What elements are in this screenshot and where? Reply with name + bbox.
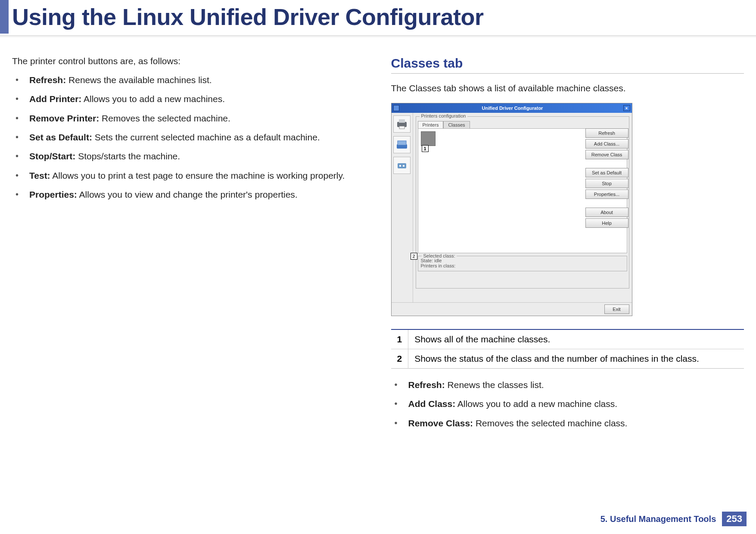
port-icon — [395, 159, 408, 172]
callout-num: 1 — [391, 329, 408, 349]
class-item-icon[interactable] — [421, 131, 436, 146]
properties-button[interactable]: Properties... — [585, 189, 628, 199]
callout-desc: Shows the status of the class and the nu… — [408, 349, 744, 369]
list-item: Test: Allows you to print a test page to… — [12, 170, 365, 182]
bullet-desc: Stops/starts the machine. — [75, 151, 180, 161]
page-number: 253 — [722, 512, 747, 526]
bullet-term: Add Class: — [408, 399, 456, 409]
list-item: Refresh: Renews the available machines l… — [12, 74, 365, 86]
help-button[interactable]: Help — [585, 218, 628, 228]
bullet-desc: Sets the current selected machine as a d… — [92, 132, 320, 142]
tab-printers[interactable]: Printers — [418, 121, 444, 129]
bullet-term: Refresh: — [408, 380, 445, 390]
selected-state-row: State: idle — [421, 258, 624, 263]
list-item: Set as Default: Sets the current selecte… — [12, 131, 365, 143]
list-item: Remove Class: Removes the selected machi… — [391, 417, 744, 429]
header-accent-bar — [0, 0, 9, 34]
bullet-term: Properties: — [29, 189, 77, 199]
refresh-button[interactable]: Refresh — [585, 128, 628, 138]
config-tabs: Printers Classes — [418, 121, 627, 129]
svg-rect-5 — [398, 163, 406, 168]
add-class-button[interactable]: Add Class... — [585, 139, 628, 149]
selected-class-legend: Selected class: — [422, 253, 457, 258]
remove-class-button[interactable]: Remove Class — [585, 150, 628, 159]
window-button-stack: Refresh Add Class... Remove Class Set as… — [585, 128, 628, 228]
footer-chapter: 5. Useful Management Tools — [600, 514, 716, 524]
section-intro: The Classes tab shows a list of availabl… — [391, 83, 744, 93]
bullet-desc: Allows you to view and change the printe… — [77, 189, 298, 199]
bullet-term: Remove Printer: — [29, 113, 99, 123]
list-item: Add Printer: Allows you to add a new mac… — [12, 93, 365, 105]
stop-button[interactable]: Stop — [585, 179, 628, 188]
bullet-term: Remove Class: — [408, 418, 473, 428]
window-sidebar — [392, 113, 413, 302]
bullet-term: Add Printer: — [29, 94, 81, 104]
bullet-desc: Removes the selected machine class. — [473, 418, 627, 428]
sidebar-printers-icon[interactable] — [393, 115, 411, 133]
sidebar-ports-icon[interactable] — [393, 157, 411, 174]
printers-in-class-label: Printers in class: — [421, 263, 624, 268]
right-column: Classes tab The Classes tab shows a list… — [391, 56, 744, 436]
bullet-desc: Renews the available machines list. — [66, 75, 212, 85]
bullet-term: Set as Default: — [29, 132, 92, 142]
window-title: Unified Driver Configurator — [402, 106, 623, 111]
list-item: Remove Printer: Removes the selected mac… — [12, 112, 365, 124]
bullet-desc: Allows you to print a test page to ensur… — [50, 171, 345, 180]
content-columns: The printer control buttons are, as foll… — [12, 56, 744, 436]
tab-classes[interactable]: Classes — [443, 121, 470, 129]
bullet-desc: Renews the classes list. — [445, 380, 544, 390]
sidebar-scanners-icon[interactable] — [393, 136, 411, 153]
bullet-desc: Allows you to add a new machines. — [81, 94, 225, 104]
svg-rect-7 — [403, 165, 404, 167]
state-value: idle — [434, 258, 442, 263]
window-body: Printers configuration Printers Classes … — [392, 113, 632, 302]
bullet-desc: Removes the selected machine. — [99, 113, 230, 123]
window-footer: Exit — [392, 302, 632, 316]
callout-1-badge: 1 — [422, 145, 429, 152]
table-row: 1 Shows all of the machine classes. — [391, 329, 744, 349]
left-column: The printer control buttons are, as foll… — [12, 56, 365, 436]
configurator-window: Unified Driver Configurator × — [391, 103, 632, 316]
printer-icon — [395, 118, 408, 130]
set-default-button[interactable]: Set as Default — [585, 168, 628, 177]
exit-button[interactable]: Exit — [604, 304, 629, 314]
callout-num: 2 — [391, 349, 408, 369]
svg-rect-2 — [399, 126, 404, 129]
left-intro: The printer control buttons are, as foll… — [12, 56, 365, 66]
bullet-term: Test: — [29, 171, 50, 180]
window-titlebar: Unified Driver Configurator × — [392, 103, 632, 113]
list-item: Stop/Start: Stops/starts the machine. — [12, 150, 365, 162]
callout-table: 1 Shows all of the machine classes. 2 Sh… — [391, 329, 744, 369]
scanner-icon — [395, 138, 408, 151]
bullet-term: Refresh: — [29, 75, 66, 85]
printer-buttons-list: Refresh: Renews the available machines l… — [12, 74, 365, 201]
svg-rect-6 — [399, 165, 401, 167]
svg-rect-4 — [398, 141, 406, 145]
class-buttons-list: Refresh: Renews the classes list. Add Cl… — [391, 379, 744, 429]
bullet-term: Stop/Start: — [29, 151, 75, 161]
window-main-panel: Printers configuration Printers Classes … — [413, 113, 632, 302]
page-footer: 5. Useful Management Tools 253 — [600, 512, 747, 526]
svg-rect-1 — [399, 119, 405, 123]
selected-class-box: 2 Selected class: State: idle Printers i… — [418, 256, 627, 271]
list-item: Properties: Allows you to view and chang… — [12, 189, 365, 201]
header-divider — [0, 35, 756, 38]
callout-2-badge: 2 — [411, 253, 417, 260]
window-system-icon — [393, 105, 399, 111]
about-button[interactable]: About — [585, 208, 628, 217]
state-label: State: — [421, 258, 435, 263]
list-item: Add Class: Allows you to add a new machi… — [391, 398, 744, 410]
callout-desc: Shows all of the machine classes. — [408, 329, 744, 349]
section-heading-classes: Classes tab — [391, 56, 744, 74]
bullet-desc: Allows you to add a new machine class. — [455, 399, 617, 409]
fieldset-legend: Printers configuration — [420, 113, 468, 118]
list-item: Refresh: Renews the classes list. — [391, 379, 744, 391]
table-row: 2 Shows the status of the class and the … — [391, 349, 744, 369]
close-icon[interactable]: × — [623, 105, 630, 111]
page-title: Using the Linux Unified Driver Configura… — [12, 3, 484, 30]
